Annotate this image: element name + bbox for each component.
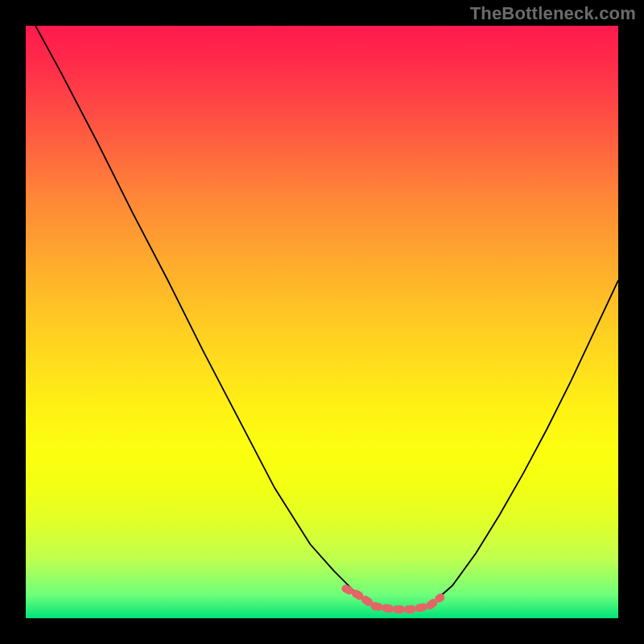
optimal-band-line bbox=[345, 588, 440, 609]
curve-overlay bbox=[26, 26, 618, 618]
plot-area bbox=[26, 26, 618, 618]
watermark-text: TheBottleneck.com bbox=[470, 3, 636, 24]
chart-container: TheBottleneck.com bbox=[0, 0, 644, 644]
bottleneck-curve-line bbox=[26, 26, 618, 609]
